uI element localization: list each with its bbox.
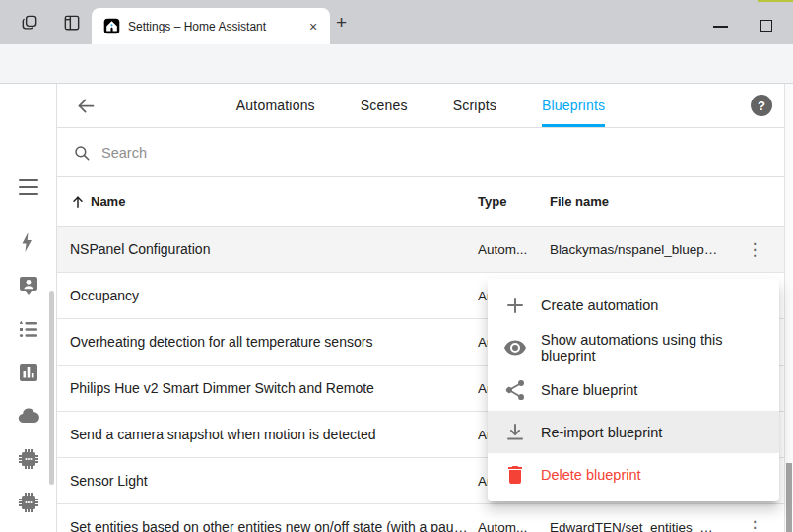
- new-tab-button[interactable]: +: [336, 13, 347, 32]
- menu-item-label: Share blueprint: [541, 382, 637, 398]
- download-icon: [503, 421, 527, 444]
- tab-scenes[interactable]: Scenes: [361, 84, 408, 127]
- table-header: Name Type File name: [57, 177, 784, 227]
- blueprint-context-menu: Create automation Show automations using…: [488, 279, 779, 501]
- chip-icon-1[interactable]: [17, 447, 40, 471]
- trash-icon: [503, 463, 527, 487]
- menu-item-label: Show automations using this blueprint: [541, 332, 763, 364]
- row-name: Set entities based on other entities new…: [70, 519, 478, 532]
- menu-item-reimport-blueprint[interactable]: Re-import blueprint: [488, 411, 779, 453]
- table-row[interactable]: Set entities based on other entities new…: [57, 504, 784, 532]
- app-header: Automations Scenes Scripts Blueprints ?: [57, 84, 784, 128]
- browser-tab[interactable]: Settings – Home Assistant ×: [92, 8, 330, 44]
- app-back-icon[interactable]: [76, 96, 97, 116]
- row-type: Autom...: [478, 242, 550, 257]
- browser-toolbar: Not secure homeassistant.local:8123/...: [0, 44, 793, 84]
- share-icon: [503, 378, 527, 402]
- sidebar-scrollbar[interactable]: [49, 291, 54, 485]
- cloud-icon[interactable]: [17, 404, 40, 428]
- chip-icon-2[interactable]: [17, 491, 40, 514]
- search-bar[interactable]: Search: [57, 128, 784, 177]
- menu-item-label: Re-import blueprint: [541, 425, 662, 440]
- sidebar-menu-icon[interactable]: [19, 179, 38, 195]
- tab-title: Settings – Home Assistant: [128, 20, 297, 33]
- tab-automations[interactable]: Automations: [236, 84, 315, 127]
- menu-item-share-blueprint[interactable]: Share blueprint: [488, 368, 779, 411]
- page-scrollbar[interactable]: [784, 84, 793, 532]
- logbook-icon[interactable]: [17, 317, 40, 341]
- voice-assistants-icon[interactable]: [17, 274, 40, 298]
- history-icon[interactable]: [17, 361, 40, 384]
- scrollbar-thumb[interactable]: [786, 463, 792, 532]
- window-maximize-button[interactable]: [760, 20, 772, 32]
- sort-ascending-icon[interactable]: [70, 194, 86, 210]
- row-file: Blackymas/nspanel_blueprin...: [550, 242, 725, 257]
- tab-strip: Settings – Home Assistant × +: [0, 0, 793, 44]
- home-assistant-favicon: [103, 18, 120, 34]
- search-input[interactable]: Search: [101, 145, 147, 161]
- tab-blueprints[interactable]: Blueprints: [542, 84, 605, 127]
- row-name: Occupancy: [70, 288, 478, 303]
- row-type: Autom...: [478, 520, 550, 532]
- menu-item-delete-blueprint[interactable]: Delete blueprint: [488, 453, 779, 496]
- column-header-name[interactable]: Name: [91, 194, 125, 209]
- column-header-file[interactable]: File name: [550, 194, 725, 209]
- background-artifact: [758, 0, 793, 2]
- row-name: NSPanel Configuration: [70, 241, 478, 257]
- vertical-tabs-icon[interactable]: [62, 13, 82, 33]
- column-header-type[interactable]: Type: [478, 194, 550, 209]
- window-minimize-button[interactable]: [713, 26, 728, 28]
- menu-item-show-automations[interactable]: Show automations using this blueprint: [488, 326, 779, 368]
- settings-tabs: Automations Scenes Scripts Blueprints: [57, 84, 784, 127]
- tab-scripts[interactable]: Scripts: [453, 84, 496, 127]
- menu-item-label: Create automation: [541, 298, 658, 313]
- search-icon: [73, 144, 91, 162]
- row-name: Overheating detection for all temperatur…: [70, 334, 478, 350]
- row-name: Send a camera snapshot when motion is de…: [70, 427, 478, 442]
- table-row[interactable]: NSPanel Configuration Autom... Blackymas…: [57, 227, 784, 273]
- eye-icon: [503, 336, 527, 360]
- plus-icon: [503, 294, 527, 317]
- row-file: EdwardTEN/set_entities_bas...: [550, 520, 725, 532]
- ha-sidebar: [0, 84, 57, 532]
- menu-item-label: Delete blueprint: [541, 467, 641, 483]
- row-menu-icon[interactable]: ⋮: [743, 241, 767, 258]
- browser-window: Settings – Home Assistant × + Not secure…: [0, 0, 793, 532]
- tab-close-icon[interactable]: ×: [304, 19, 322, 34]
- row-name: Sensor Light: [70, 473, 478, 489]
- help-icon[interactable]: ?: [751, 95, 772, 116]
- workspaces-icon[interactable]: [20, 13, 39, 33]
- menu-item-create-automation[interactable]: Create automation: [488, 284, 779, 326]
- energy-icon[interactable]: [17, 231, 40, 254]
- row-menu-icon[interactable]: ⋮: [743, 519, 767, 532]
- row-name: Philips Hue v2 Smart Dimmer Switch and R…: [70, 380, 478, 396]
